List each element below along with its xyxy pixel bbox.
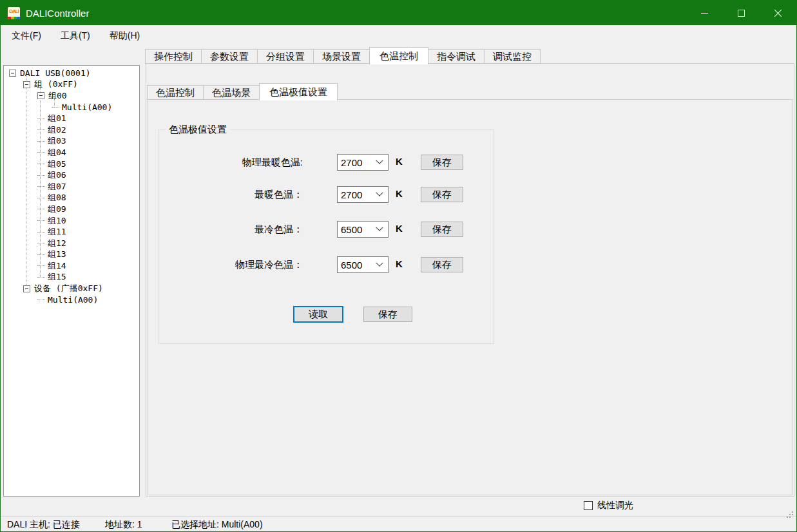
tree-item[interactable]: 组02 [4, 124, 139, 136]
tree-item-label: 组12 [48, 238, 66, 249]
chevron-down-icon [376, 224, 383, 231]
tree-item[interactable]: 组15 [4, 272, 139, 283]
tree-item[interactable]: Multi(A00) [4, 294, 139, 306]
tree-item[interactable]: 组03 [4, 136, 139, 147]
minimize-icon [701, 13, 708, 14]
menu-item[interactable]: 帮助(H) [101, 27, 148, 45]
tree-item[interactable]: 组06 [4, 169, 139, 181]
main-tab[interactable]: 分组设置 [257, 49, 314, 64]
tree-item-label: 组01 [48, 113, 66, 124]
tree-leaf-connector [37, 299, 45, 300]
linear-dimming-label: 线性调光 [597, 500, 633, 511]
tree-item-label: 组07 [48, 181, 66, 193]
combobox-value: 6500 [338, 260, 377, 271]
tree-item[interactable]: 组13 [4, 249, 139, 261]
chevron-down-icon [376, 189, 383, 196]
tree-item[interactable]: DALI USB(0001) [4, 68, 139, 79]
collapse-minus-icon[interactable] [9, 70, 16, 77]
tree-item-label: 组15 [48, 271, 66, 283]
minimize-button[interactable] [686, 1, 723, 25]
menu-item[interactable]: 工具(T) [52, 27, 99, 45]
tree-item[interactable]: 组09 [4, 204, 139, 215]
collapse-minus-icon[interactable] [37, 92, 44, 99]
tree-leaf-connector [37, 209, 45, 209]
tree-item-label: 组11 [48, 226, 66, 238]
tree-item[interactable]: 组04 [4, 147, 139, 158]
tree-item[interactable]: Multi(A00) [4, 102, 139, 113]
sub-tab[interactable]: 色温极值设置 [259, 83, 338, 100]
window-title: DALIController [26, 8, 686, 19]
tree-item[interactable]: 组14 [4, 260, 139, 272]
tree-item[interactable]: 组11 [4, 226, 139, 238]
tree-item-label: 组04 [48, 147, 66, 158]
main-tab[interactable]: 参数设置 [201, 49, 258, 64]
tree-item[interactable]: 组12 [4, 238, 139, 249]
ct-value-combobox[interactable]: 6500 [337, 256, 389, 273]
row-save-button[interactable]: 保存 [421, 222, 463, 237]
chevron-down-icon [376, 260, 383, 267]
status-selected-address: 已选择地址: Multi(A00) [171, 517, 263, 532]
chevron-down-icon [376, 157, 383, 164]
kelvin-unit-label: K [396, 156, 403, 167]
tree-leaf-connector [37, 129, 45, 130]
device-tree: DALI USB(0001) 组 (0xFF) 组00 Multi(A00) 组… [4, 66, 139, 305]
row-save-button[interactable]: 保存 [421, 155, 463, 170]
tree-item[interactable]: 组10 [4, 215, 139, 227]
tree-item-label: 组10 [48, 215, 66, 227]
tree-item-label: 组 (0xFF) [34, 79, 78, 90]
tree-leaf-connector [37, 175, 45, 176]
tree-item[interactable]: 组00 [4, 90, 139, 102]
maximize-icon [738, 10, 745, 17]
row-save-button[interactable]: 保存 [421, 187, 463, 202]
main-tab[interactable]: 色温控制 [369, 47, 428, 64]
save-all-button[interactable]: 保存 [363, 307, 412, 322]
status-host: DALI 主机: 已连接 [7, 517, 80, 532]
tree-item[interactable]: 组01 [4, 113, 139, 124]
tree-item-label: 组14 [48, 260, 66, 272]
ct-limit-row: 最暖色温： 2700 K 保存 [159, 186, 494, 203]
tree-item[interactable]: 组 (0xFF) [4, 79, 139, 91]
read-button[interactable]: 读取 [293, 306, 343, 323]
main-tab[interactable]: 调试监控 [484, 49, 541, 64]
ct-value-combobox[interactable]: 2700 [337, 154, 389, 171]
ct-limit-label: 物理最冷色温： [235, 259, 303, 271]
tree-item[interactable]: 组05 [4, 158, 139, 170]
sub-tab[interactable]: 色温控制 [147, 85, 204, 100]
ct-sub-tab-strip: 色温控制 色温场景 色温极值设置 [148, 83, 338, 100]
tree-leaf-connector [37, 198, 45, 198]
status-address-count: 地址数: 1 [105, 517, 142, 532]
tree-item[interactable]: 设备 (广播0xFF) [4, 283, 139, 294]
maximize-button[interactable] [723, 1, 760, 25]
tree-item[interactable]: 组08 [4, 193, 139, 204]
resize-grip-icon[interactable] [792, 517, 793, 518]
main-tab[interactable]: 操作控制 [145, 49, 202, 64]
sub-tab[interactable]: 色温场景 [203, 85, 260, 100]
tree-item-label: 组03 [48, 135, 66, 147]
tree-leaf-connector [37, 232, 45, 233]
combobox-value: 2700 [338, 157, 377, 168]
row-save-button[interactable]: 保存 [421, 257, 463, 272]
tree-item-label: 组05 [48, 158, 66, 170]
ct-value-combobox[interactable]: 2700 [337, 186, 389, 203]
tree-item-label: Multi(A00) [62, 102, 112, 112]
collapse-minus-icon[interactable] [23, 81, 30, 88]
close-icon [774, 9, 782, 17]
tree-leaf-connector [37, 243, 45, 243]
tree-item-label: 组02 [48, 124, 66, 136]
tree-item-label: 组06 [48, 169, 66, 181]
menu-item[interactable]: 文件(F) [3, 27, 50, 45]
tree-leaf-connector [37, 220, 45, 221]
main-tab[interactable]: 指令调试 [428, 49, 485, 64]
title-bar: DALI DALIController [1, 1, 796, 25]
ct-limit-label: 最冷色温： [254, 223, 303, 236]
ct-value-combobox[interactable]: 6500 [337, 221, 389, 238]
tree-leaf-connector [37, 186, 45, 187]
collapse-minus-icon[interactable] [23, 285, 30, 292]
close-button[interactable] [760, 1, 796, 25]
tree-leaf-connector [37, 277, 45, 278]
tree-item[interactable]: 组07 [4, 181, 139, 193]
tree-leaf-connector [37, 164, 45, 164]
ct-limit-label: 物理最暖色温: [242, 157, 303, 169]
main-tab[interactable]: 场景设置 [313, 49, 370, 64]
linear-dimming-checkbox[interactable] [584, 501, 593, 510]
